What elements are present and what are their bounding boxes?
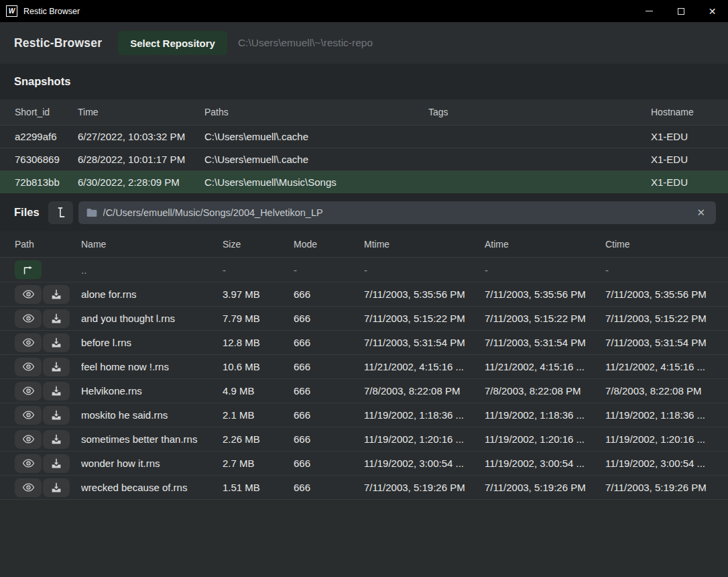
file-mode: 666 (294, 458, 364, 469)
preview-file-button[interactable] (15, 430, 42, 449)
snapshot-hostname: X1-EDU (651, 131, 717, 142)
file-name: wonder how it.rns (81, 458, 223, 469)
maximize-icon (678, 8, 684, 15)
snapshot-time: 6/27/2022, 10:03:32 PM (78, 131, 204, 142)
file-ctime: 7/11/2003, 5:35:56 PM (605, 288, 721, 300)
eye-icon (22, 362, 35, 372)
files-col-path: Path (15, 239, 81, 250)
preview-file-button[interactable] (15, 285, 42, 304)
file-row-actions (15, 382, 81, 401)
file-row: and you thought l.rns 7.79 MB 666 7/11/2… (0, 307, 728, 331)
file-row: feel home now !.rns 10.6 MB 666 11/21/20… (0, 355, 728, 379)
download-icon (51, 410, 62, 421)
file-name: alone for.rns (81, 288, 223, 300)
file-name: Helvikone.rns (81, 385, 223, 397)
download-icon (51, 386, 62, 397)
file-size: 4.9 MB (223, 385, 294, 397)
file-row: before l.rns 12.8 MB 666 7/11/2003, 5:31… (0, 331, 728, 355)
file-ctime: 11/19/2002, 3:00:54 ... (605, 458, 721, 469)
app-logo-icon: W (6, 5, 17, 17)
snapshot-row[interactable]: a2299af6 6/27/2022, 10:03:32 PM C:\Users… (0, 125, 728, 148)
file-atime: 7/8/2003, 8:22:08 PM (485, 385, 605, 397)
clear-x-icon: ✕ (696, 207, 705, 218)
download-icon (51, 313, 62, 324)
snapshot-row[interactable]: 76306869 6/28/2022, 10:01:17 PM C:\Users… (0, 148, 728, 170)
minimize-button[interactable] (633, 0, 665, 22)
snapshot-short-id: 76306869 (15, 154, 78, 165)
folder-icon (86, 208, 97, 217)
file-row-actions (15, 333, 81, 352)
preview-file-button[interactable] (15, 406, 42, 425)
preview-file-button[interactable] (15, 382, 42, 401)
eye-icon (22, 313, 35, 323)
go-to-parent-button[interactable] (15, 260, 42, 279)
close-button[interactable]: ✕ (696, 0, 728, 22)
file-ctime: 11/21/2002, 4:15:16 ... (605, 361, 721, 372)
download-file-button[interactable] (43, 454, 70, 473)
preview-file-button[interactable] (15, 333, 42, 352)
file-atime: 11/19/2002, 1:20:16 ... (485, 433, 605, 445)
file-row-actions (15, 478, 81, 497)
clear-path-button[interactable]: ✕ (694, 206, 708, 219)
maximize-button[interactable] (665, 0, 696, 22)
snapshots-col-time: Time (78, 107, 204, 117)
snapshot-paths: C:\Users\emuell\Music\Songs (204, 176, 428, 188)
file-mtime: 11/19/2002, 3:00:54 ... (364, 458, 485, 469)
file-ctime: 7/8/2003, 8:22:08 PM (605, 385, 721, 397)
download-file-button[interactable] (43, 430, 70, 449)
eye-icon (22, 482, 35, 492)
preview-file-button[interactable] (15, 309, 42, 328)
download-file-button[interactable] (43, 406, 70, 425)
eye-icon (22, 434, 35, 444)
snapshots-table-header: Short_id Time Paths Tags Hostname (0, 99, 728, 125)
app-title: Restic-Browser (14, 36, 102, 50)
file-ctime: 7/11/2003, 5:31:54 PM (605, 337, 721, 348)
snapshot-short-id: a2299af6 (15, 131, 78, 142)
parent-row-mtime: - (364, 264, 485, 276)
download-icon (51, 458, 62, 469)
download-file-button[interactable] (43, 478, 70, 497)
file-row: wrecked because of.rns 1.51 MB 666 7/11/… (0, 476, 728, 500)
file-mode: 666 (294, 482, 364, 493)
file-mtime: 7/8/2003, 8:22:08 PM (364, 385, 485, 397)
snapshots-col-tags: Tags (428, 107, 651, 117)
file-atime: 7/11/2003, 5:35:56 PM (485, 288, 605, 300)
file-size: 1.51 MB (223, 482, 294, 493)
download-file-button[interactable] (43, 333, 70, 352)
file-size: 10.6 MB (223, 361, 294, 372)
snapshots-section-header: Snapshots (0, 64, 728, 99)
current-path-bar: /C/Users/emuell/Music/Songs/2004_Helveti… (78, 201, 716, 224)
file-mode: 666 (294, 385, 364, 397)
file-row: wonder how it.rns 2.7 MB 666 11/19/2002,… (0, 452, 728, 476)
tree-view-toggle-button[interactable] (48, 201, 73, 224)
eye-icon (22, 410, 35, 420)
preview-file-button[interactable] (15, 358, 42, 376)
select-repository-button[interactable]: Select Repository (118, 31, 227, 55)
download-file-button[interactable] (43, 285, 70, 304)
download-icon (51, 289, 62, 300)
window-controls: ✕ (633, 0, 728, 22)
snapshot-row[interactable]: 72b813bb 6/30/2022, 2:28:09 PM C:\Users\… (0, 170, 728, 193)
snapshot-paths: C:\Users\emuell\.cache (204, 131, 428, 142)
repository-path: C:\Users\emuell\~\restic-repo (238, 37, 373, 49)
parent-row-ctime: - (605, 264, 721, 276)
snapshot-time: 6/28/2022, 10:01:17 PM (78, 154, 204, 165)
file-row: Helvikone.rns 4.9 MB 666 7/8/2003, 8:22:… (0, 379, 728, 403)
file-size: 2.1 MB (223, 409, 294, 421)
file-size: 2.26 MB (223, 433, 294, 445)
snapshot-time: 6/30/2022, 2:28:09 PM (78, 176, 204, 188)
parent-row-actions (15, 260, 81, 279)
download-file-button[interactable] (43, 358, 70, 376)
file-mode: 666 (294, 409, 364, 421)
minimize-icon (646, 11, 653, 12)
file-mode: 666 (294, 337, 364, 348)
preview-file-button[interactable] (15, 478, 42, 497)
preview-file-button[interactable] (15, 454, 42, 473)
file-ctime: 7/11/2003, 5:19:26 PM (605, 482, 721, 493)
file-size: 12.8 MB (223, 337, 294, 348)
files-col-name: Name (81, 239, 223, 250)
download-file-button[interactable] (43, 382, 70, 401)
file-atime: 7/11/2003, 5:19:26 PM (485, 482, 605, 493)
download-file-button[interactable] (43, 309, 70, 328)
file-size: 2.7 MB (223, 458, 294, 469)
